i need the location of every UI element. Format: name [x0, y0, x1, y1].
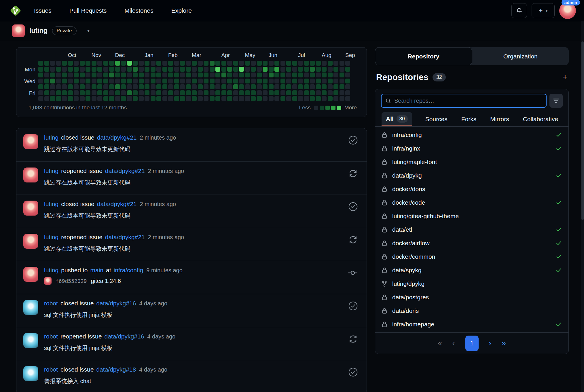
heatmap-cell[interactable] [68, 73, 73, 77]
heatmap-cell[interactable] [322, 90, 327, 95]
feed-link[interactable]: data/dpykg#21 [97, 134, 137, 141]
nav-link-milestones[interactable]: Milestones [124, 7, 153, 14]
heatmap-cell[interactable] [80, 67, 85, 72]
nav-link-explore[interactable]: Explore [171, 7, 192, 14]
heatmap-cell[interactable] [221, 96, 226, 101]
heatmap-cell[interactable] [97, 96, 102, 101]
heatmap-cell[interactable] [280, 84, 285, 89]
heatmap-cell[interactable] [151, 84, 156, 89]
heatmap-cell[interactable] [322, 84, 327, 89]
heatmap-cell[interactable] [180, 96, 185, 101]
heatmap-cell[interactable] [192, 73, 197, 77]
heatmap-cell[interactable] [345, 73, 350, 77]
heatmap-cell[interactable] [221, 79, 226, 83]
heatmap-cell[interactable] [180, 61, 185, 66]
repo-list-item[interactable]: luting/dpykg [382, 277, 562, 290]
heatmap-cell[interactable] [56, 96, 61, 101]
heatmap-cell[interactable] [227, 67, 232, 72]
heatmap-cell[interactable] [62, 90, 67, 95]
heatmap-cell[interactable] [121, 61, 126, 66]
repo-list-item[interactable]: data/doris [382, 304, 562, 317]
heatmap-cell[interactable] [316, 84, 321, 89]
heatmap-cell[interactable] [115, 61, 120, 66]
feed-link[interactable]: robot [44, 300, 58, 307]
heatmap-cell[interactable] [80, 90, 85, 95]
profile-username[interactable]: luting [29, 27, 48, 35]
heatmap-cell[interactable] [68, 96, 73, 101]
heatmap-cell[interactable] [109, 73, 114, 77]
heatmap-cell[interactable] [245, 90, 250, 95]
heatmap-cell[interactable] [333, 73, 338, 77]
heatmap-cell[interactable] [245, 79, 250, 83]
heatmap-cell[interactable] [274, 79, 279, 83]
heatmap-cell[interactable] [62, 79, 67, 83]
heatmap-cell[interactable] [86, 90, 90, 95]
heatmap-cell[interactable] [328, 90, 333, 95]
heatmap-cell[interactable] [239, 84, 244, 89]
heatmap-cell[interactable] [345, 90, 350, 95]
profile-avatar[interactable] [12, 24, 25, 37]
heatmap-cell[interactable] [304, 61, 309, 66]
heatmap-cell[interactable] [286, 79, 291, 83]
heatmap-cell[interactable] [198, 73, 203, 77]
heatmap-cell[interactable] [38, 84, 43, 89]
heatmap-cell[interactable] [298, 90, 303, 95]
heatmap-cell[interactable] [109, 67, 114, 72]
robot-avatar[interactable] [23, 366, 38, 381]
heatmap-cell[interactable] [292, 90, 297, 95]
heatmap-cell[interactable] [274, 61, 279, 66]
heatmap-cell[interactable] [304, 79, 309, 83]
heatmap-cell[interactable] [257, 84, 262, 89]
heatmap-cell[interactable] [162, 84, 167, 89]
feed-link[interactable]: data/dpykg#16 [96, 300, 136, 307]
heatmap-cell[interactable] [139, 79, 144, 83]
heatmap-cell[interactable] [251, 61, 256, 66]
heatmap-cell[interactable] [340, 79, 344, 83]
heatmap-cell[interactable] [215, 79, 220, 83]
repo-list-item[interactable]: luting/maple-font [382, 155, 562, 169]
heatmap-cell[interactable] [192, 67, 197, 72]
user-menu[interactable]: admin [559, 2, 576, 19]
heatmap-cell[interactable] [245, 67, 250, 72]
heatmap-cell[interactable] [103, 84, 108, 89]
heatmap-cell[interactable] [333, 67, 338, 72]
feed-link[interactable]: robot [44, 333, 58, 340]
heatmap-cell[interactable] [286, 61, 291, 66]
heatmap-cell[interactable] [156, 84, 161, 89]
heatmap-cell[interactable] [251, 67, 256, 72]
heatmap-cell[interactable] [62, 61, 67, 66]
create-new-button[interactable]: + ▾ [532, 3, 555, 18]
heatmap-cell[interactable] [239, 67, 244, 72]
heatmap-cell[interactable] [139, 84, 144, 89]
heatmap-cell[interactable] [269, 96, 274, 101]
heatmap-cell[interactable] [310, 79, 315, 83]
heatmap-cell[interactable] [340, 90, 344, 95]
heatmap-cell[interactable] [192, 84, 197, 89]
heatmap-cell[interactable] [186, 96, 191, 101]
heatmap-cell[interactable] [162, 67, 167, 72]
heatmap-cell[interactable] [210, 73, 215, 77]
heatmap-cell[interactable] [292, 73, 297, 77]
heatmap-cell[interactable] [233, 73, 238, 77]
heatmap-cell[interactable] [186, 79, 191, 83]
heatmap-cell[interactable] [192, 79, 197, 83]
heatmap-cell[interactable] [221, 73, 226, 77]
heatmap-cell[interactable] [174, 73, 179, 77]
repo-list-item[interactable]: docker/doris [382, 182, 562, 196]
heatmap-cell[interactable] [133, 90, 138, 95]
repo-filter-forks[interactable]: Forks [461, 113, 477, 126]
heatmap-cell[interactable] [162, 61, 167, 66]
heatmap-cell[interactable] [215, 90, 220, 95]
heatmap-cell[interactable] [156, 96, 161, 101]
heatmap-cell[interactable] [139, 61, 144, 66]
heatmap-cell[interactable] [133, 73, 138, 77]
heatmap-cell[interactable] [86, 67, 90, 72]
heatmap-cell[interactable] [38, 61, 43, 66]
heatmap-cell[interactable] [263, 90, 268, 95]
repo-name[interactable]: data/postgres [392, 294, 429, 301]
heatmap-cell[interactable] [109, 96, 114, 101]
heatmap-cell[interactable] [50, 67, 55, 72]
heatmap-cell[interactable] [345, 61, 350, 66]
heatmap-cell[interactable] [269, 90, 274, 95]
heatmap-cell[interactable] [38, 96, 43, 101]
